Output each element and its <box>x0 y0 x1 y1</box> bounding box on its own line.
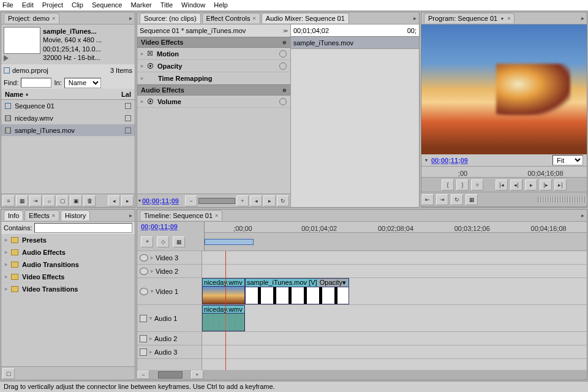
tab-program[interactable]: Program: Sequence 01 ▾ × <box>424 13 514 23</box>
tab-timeline[interactable]: Timeline: Sequence 01 × <box>140 210 222 221</box>
speaker-icon[interactable] <box>140 349 147 356</box>
zoom-out-button[interactable]: − <box>137 371 149 379</box>
zoom-out-button[interactable]: − <box>185 195 197 206</box>
speaker-icon[interactable] <box>140 315 147 322</box>
track-head-v3[interactable]: ▹Video 3 <box>137 251 202 265</box>
track-v2[interactable] <box>202 265 587 278</box>
zoom-in-button[interactable]: + <box>236 195 249 206</box>
list-view-button[interactable]: ≡ <box>2 195 15 206</box>
tab-audio-mixer[interactable]: Audio Mixer: Sequence 01 <box>262 13 349 23</box>
close-icon[interactable]: × <box>253 15 256 21</box>
eye-icon[interactable] <box>140 288 148 295</box>
scroll-right-button[interactable]: ▸ <box>121 195 134 206</box>
flyout-menu-icon[interactable]: ▸ <box>129 15 132 21</box>
program-ruler[interactable]: ;00 00;04;16;08 <box>421 167 587 178</box>
program-timecode[interactable]: 00;00;11;09 <box>431 157 468 164</box>
track-v3[interactable] <box>202 251 587 265</box>
chevron-icon[interactable]: ≫ <box>283 28 288 34</box>
play-icon[interactable] <box>4 55 9 61</box>
fit-select[interactable]: Fit <box>552 155 583 165</box>
track-a3[interactable] <box>202 345 587 359</box>
mark-out-button[interactable]: } <box>456 179 469 190</box>
snap-button[interactable]: ⌖ <box>141 236 153 247</box>
tab-project[interactable]: Project: demo × <box>4 13 59 23</box>
col-label[interactable]: Lal <box>121 91 131 98</box>
flyout-menu-icon[interactable]: ▸ <box>581 15 584 21</box>
close-icon[interactable]: × <box>52 15 55 21</box>
set-marker-button[interactable]: ▿ <box>471 179 483 190</box>
timeline-tracks[interactable]: niceday.wmv sample_iTunes.mov [V] Opacit… <box>202 251 587 370</box>
playhead[interactable] <box>225 251 226 370</box>
goto-prev-button[interactable]: |◂ <box>496 179 508 190</box>
flyout-menu-icon[interactable]: ▸ <box>413 15 417 21</box>
bin-row-clip-selected[interactable]: sample_iTunes.mov <box>1 124 135 137</box>
track-v1[interactable]: niceday.wmv sample_iTunes.mov [V] Opacit… <box>202 278 587 305</box>
play-button[interactable]: ▸ <box>525 179 537 190</box>
menu-edit[interactable]: Edit <box>22 1 34 9</box>
eye-icon[interactable] <box>140 254 148 262</box>
new-bin-button[interactable]: ▢ <box>56 195 69 206</box>
find-in-select[interactable]: Name <box>64 78 101 88</box>
shuttle-slider[interactable] <box>538 197 587 203</box>
loop-button[interactable]: ↻ <box>451 194 463 205</box>
timeline-scrollbar[interactable]: − + <box>137 370 587 380</box>
track-head-a1[interactable]: ▿Audio 1 <box>137 305 202 332</box>
clip-niceday-v[interactable]: niceday.wmv <box>202 278 245 304</box>
track-head-v1[interactable]: ▿Video 1 <box>137 278 202 305</box>
track-head-a2[interactable]: ▹Audio 2 <box>137 332 202 345</box>
col-name[interactable]: Name <box>5 91 23 98</box>
zoom-slider[interactable] <box>198 198 235 204</box>
delete-button[interactable]: 🗑 <box>83 195 96 206</box>
icon-view-button[interactable]: ▦ <box>16 195 28 206</box>
close-icon[interactable]: × <box>215 213 218 219</box>
reset-icon[interactable] <box>279 50 287 58</box>
step-back-button[interactable]: ◂| <box>510 179 522 190</box>
automate-button[interactable]: ⇥ <box>29 195 42 206</box>
zoom-in-button[interactable]: + <box>191 371 203 379</box>
scroll-left-button[interactable]: ◂ <box>108 195 120 206</box>
folder-video-transitions[interactable]: ▹Video Transitions <box>1 283 135 295</box>
speaker-icon[interactable] <box>140 335 147 342</box>
flyout-menu-icon[interactable]: ▸ <box>129 212 132 219</box>
reset-icon[interactable] <box>279 98 287 105</box>
folder-audio-transitions[interactable]: ▹Audio Transitions <box>1 258 135 271</box>
timeline-timecode[interactable]: 00;00;11;09 <box>141 223 178 230</box>
label-swatch[interactable] <box>125 127 131 134</box>
label-swatch[interactable] <box>125 103 131 109</box>
clip-sample-itunes-v[interactable]: sample_iTunes.mov [V] Opacity▾ <box>245 278 349 304</box>
tab-effect-controls[interactable]: Effect Controls × <box>202 13 260 23</box>
collapse-icon[interactable]: ⊗ <box>282 40 287 45</box>
menu-help[interactable]: Help <box>214 1 228 9</box>
go-in-button[interactable]: ⇤ <box>421 194 434 205</box>
menu-sequence[interactable]: Sequence <box>92 1 123 9</box>
find-input[interactable] <box>21 78 51 88</box>
menu-title[interactable]: Title <box>160 1 173 9</box>
fx-opacity[interactable]: ▹⦿Opacity <box>137 60 290 72</box>
clip-fx-label[interactable]: Opacity▾ <box>318 279 347 287</box>
go-next-button[interactable]: ▸ <box>263 195 276 206</box>
flyout-menu-icon[interactable]: ▸ <box>581 212 584 219</box>
bin-row-sequence[interactable]: Sequence 01 <box>1 100 135 112</box>
tab-source[interactable]: Source: (no clips) <box>140 13 201 23</box>
reset-icon[interactable] <box>279 62 287 70</box>
go-prev-button[interactable]: ◂ <box>250 195 262 206</box>
track-a1[interactable]: niceday.wmv <box>202 305 587 332</box>
folder-audio-effects[interactable]: ▹Audio Effects <box>1 246 135 258</box>
fx-time-remapping[interactable]: ▹Time Remapping <box>137 72 290 85</box>
tab-effects[interactable]: Effects × <box>24 210 59 221</box>
track-a2[interactable] <box>202 332 587 345</box>
go-out-button[interactable]: ⇥ <box>436 194 448 205</box>
scrollbar-thumb[interactable] <box>158 371 183 379</box>
track-head-v2[interactable]: ▹Video 2 <box>137 265 202 278</box>
eye-icon[interactable] <box>140 268 148 275</box>
track-options-button[interactable]: ▦ <box>173 236 185 247</box>
new-item-button[interactable]: ▣ <box>70 195 82 206</box>
menu-file[interactable]: File <box>2 1 13 9</box>
new-folder-button[interactable]: ▢ <box>2 368 15 379</box>
folder-video-effects[interactable]: ▹Video Effects <box>1 271 135 283</box>
tab-history[interactable]: History <box>61 210 90 221</box>
close-icon[interactable]: × <box>507 15 510 21</box>
ec-timecode[interactable]: 00;00;11;09 <box>142 197 179 205</box>
step-fwd-button[interactable]: |▸ <box>540 179 552 190</box>
collapse-icon[interactable]: ⊗ <box>282 88 287 93</box>
